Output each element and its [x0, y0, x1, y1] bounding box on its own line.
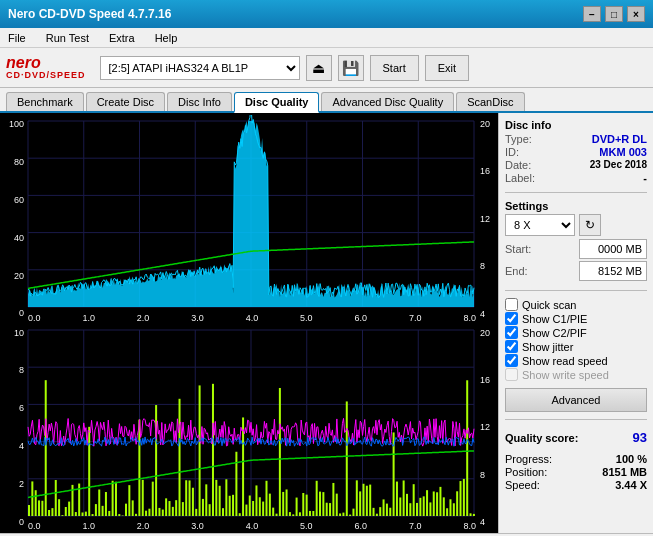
- quality-score-row: Quality score: 93: [505, 430, 647, 445]
- progress-value: 100 %: [616, 453, 647, 465]
- end-mb-row: End:: [505, 261, 647, 281]
- eject-button[interactable]: ⏏: [306, 55, 332, 81]
- c2pif-label: Show C2/PIF: [522, 327, 587, 339]
- logo-line2: CD·DVD/SPEED: [6, 71, 86, 81]
- divider1: [505, 192, 647, 193]
- maximize-button[interactable]: □: [605, 6, 623, 22]
- menu-file[interactable]: File: [4, 31, 30, 45]
- main-content: 100806040200 20161284 0.01.02.03.04.05.0…: [0, 113, 653, 533]
- upper-chart-canvas: [2, 115, 496, 323]
- minimize-button[interactable]: −: [583, 6, 601, 22]
- c1pie-label: Show C1/PIE: [522, 313, 587, 325]
- logo-line1: nero: [6, 54, 86, 72]
- toolbar: nero CD·DVD/SPEED [2:5] ATAPI iHAS324 A …: [0, 48, 653, 88]
- lower-chart: 1086420 20161284 0.01.02.03.04.05.06.07.…: [2, 324, 496, 532]
- label-label: Label:: [505, 172, 535, 184]
- c1pie-checkbox[interactable]: [505, 312, 518, 325]
- id-label: ID:: [505, 146, 519, 158]
- tab-scandisc[interactable]: ScanDisc: [456, 92, 524, 111]
- divider3: [505, 419, 647, 420]
- drive-select[interactable]: [2:5] ATAPI iHAS324 A BL1P: [100, 56, 300, 80]
- quick-scan-row: Quick scan: [505, 298, 647, 311]
- divider2: [505, 290, 647, 291]
- window-title: Nero CD-DVD Speed 4.7.7.16: [8, 7, 171, 21]
- menubar: File Run Test Extra Help: [0, 28, 653, 48]
- settings-section: Settings 8 X Max 1 X 2 X 4 X 16 X ↻ Star…: [505, 200, 647, 283]
- speed-label: Speed:: [505, 479, 540, 491]
- read-speed-row: Show read speed: [505, 354, 647, 367]
- read-speed-label: Show read speed: [522, 355, 608, 367]
- quality-score-value: 93: [633, 430, 647, 445]
- close-button[interactable]: ×: [627, 6, 645, 22]
- type-value: DVD+R DL: [592, 133, 647, 145]
- tab-disc-quality[interactable]: Disc Quality: [234, 92, 320, 113]
- lower-chart-canvas: [2, 324, 496, 532]
- save-button[interactable]: 💾: [338, 55, 364, 81]
- quality-score-label: Quality score:: [505, 432, 578, 444]
- settings-title: Settings: [505, 200, 647, 212]
- tab-create-disc[interactable]: Create Disc: [86, 92, 165, 111]
- date-value: 23 Dec 2018: [590, 159, 647, 171]
- window-controls: − □ ×: [583, 6, 645, 22]
- refresh-icon[interactable]: ↻: [579, 214, 601, 236]
- right-panel: Disc info Type: DVD+R DL ID: MKM 003 Dat…: [498, 113, 653, 533]
- c2pif-checkbox[interactable]: [505, 326, 518, 339]
- write-speed-checkbox[interactable]: [505, 368, 518, 381]
- c1pie-row: Show C1/PIE: [505, 312, 647, 325]
- start-mb-input[interactable]: [579, 239, 647, 259]
- jitter-label: Show jitter: [522, 341, 573, 353]
- jitter-row: Show jitter: [505, 340, 647, 353]
- progress-section: Progress: 100 % Position: 8151 MB Speed:…: [505, 453, 647, 492]
- start-button[interactable]: Start: [370, 55, 419, 81]
- tab-disc-info[interactable]: Disc Info: [167, 92, 232, 111]
- quick-scan-label: Quick scan: [522, 299, 576, 311]
- titlebar: Nero CD-DVD Speed 4.7.7.16 − □ ×: [0, 0, 653, 28]
- label-value: -: [643, 172, 647, 184]
- end-mb-input[interactable]: [579, 261, 647, 281]
- jitter-checkbox[interactable]: [505, 340, 518, 353]
- tab-bar: Benchmark Create Disc Disc Info Disc Qua…: [0, 88, 653, 113]
- disc-info-section: Disc info Type: DVD+R DL ID: MKM 003 Dat…: [505, 119, 647, 185]
- quick-scan-checkbox[interactable]: [505, 298, 518, 311]
- start-mb-row: Start:: [505, 239, 647, 259]
- speed-row2: Speed: 3.44 X: [505, 479, 647, 491]
- c2pif-row: Show C2/PIF: [505, 326, 647, 339]
- type-label: Type:: [505, 133, 532, 145]
- speed-select[interactable]: 8 X Max 1 X 2 X 4 X 16 X: [505, 214, 575, 236]
- write-speed-row: Show write speed: [505, 368, 647, 381]
- advanced-button[interactable]: Advanced: [505, 388, 647, 412]
- menu-run-test[interactable]: Run Test: [42, 31, 93, 45]
- id-value: MKM 003: [599, 146, 647, 158]
- date-label: Date:: [505, 159, 531, 171]
- app-logo: nero CD·DVD/SPEED: [6, 54, 86, 81]
- disc-date-row: Date: 23 Dec 2018: [505, 159, 647, 171]
- write-speed-label: Show write speed: [522, 369, 609, 381]
- read-speed-checkbox[interactable]: [505, 354, 518, 367]
- charts-area: 100806040200 20161284 0.01.02.03.04.05.0…: [0, 113, 498, 533]
- progress-label: Progress:: [505, 453, 552, 465]
- speed-value: 3.44 X: [615, 479, 647, 491]
- checkboxes-section: Quick scan Show C1/PIE Show C2/PIF Show …: [505, 298, 647, 382]
- disc-type-row: Type: DVD+R DL: [505, 133, 647, 145]
- start-mb-label: Start:: [505, 243, 550, 255]
- speed-row: 8 X Max 1 X 2 X 4 X 16 X ↻: [505, 214, 647, 236]
- position-value: 8151 MB: [602, 466, 647, 478]
- position-row: Position: 8151 MB: [505, 466, 647, 478]
- tab-benchmark[interactable]: Benchmark: [6, 92, 84, 111]
- progress-row: Progress: 100 %: [505, 453, 647, 465]
- menu-help[interactable]: Help: [151, 31, 182, 45]
- menu-extra[interactable]: Extra: [105, 31, 139, 45]
- disc-id-row: ID: MKM 003: [505, 146, 647, 158]
- disc-info-title: Disc info: [505, 119, 647, 131]
- disc-label-row: Label: -: [505, 172, 647, 184]
- position-label: Position:: [505, 466, 547, 478]
- tab-advanced-disc-quality[interactable]: Advanced Disc Quality: [321, 92, 454, 111]
- upper-chart: 100806040200 20161284 0.01.02.03.04.05.0…: [2, 115, 496, 323]
- exit-button[interactable]: Exit: [425, 55, 469, 81]
- end-mb-label: End:: [505, 265, 550, 277]
